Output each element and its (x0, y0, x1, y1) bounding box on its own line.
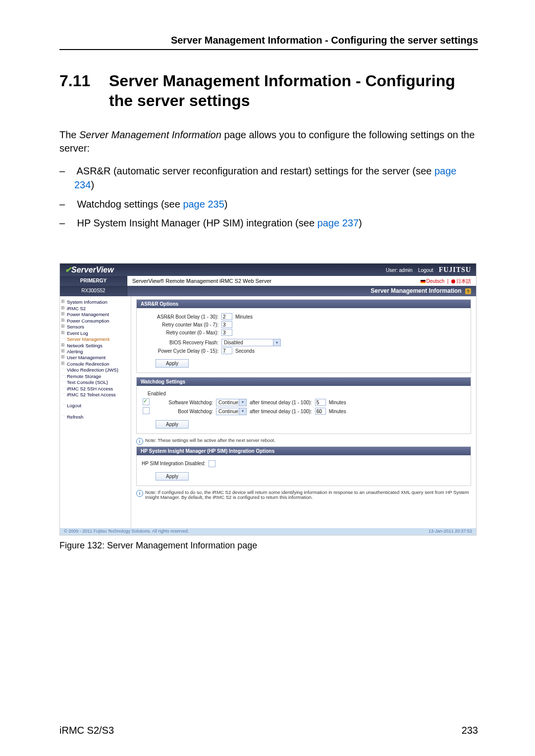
bios-flash-value: Disabled (224, 340, 243, 345)
copyright-text: © 2009 - 2011 Fujitsu Technology Solutio… (64, 529, 189, 534)
nav-item[interactable]: Remote Storage (62, 374, 129, 379)
page-link[interactable]: page 235 (183, 199, 224, 210)
hpsim-card-title: HP System Insight Manager (HP SIM) Integ… (137, 447, 471, 455)
help-icon[interactable]: ? (465, 288, 471, 294)
list-item: HP System Insight Manager (HP SIM) integ… (59, 216, 478, 230)
hpsim-disabled-checkbox[interactable] (209, 460, 215, 467)
boot-delay-label: after timeout delay (1 - 100): (250, 409, 312, 414)
topbar: ✔ServerView User: admin Logout FUJITSU (60, 264, 476, 276)
asr-card: ASR&R Options ASR&R Boot Delay (1 - 30):… (136, 299, 471, 373)
power-delay-label: Power Cycle Delay (0 - 15): (142, 348, 218, 354)
nav-refresh[interactable]: Refresh (62, 414, 129, 420)
boot-delay-input[interactable] (315, 408, 326, 415)
bullet-text: HP System Insight Manager (HP SIM) integ… (77, 217, 318, 228)
asr-boot-delay-unit: Minutes (235, 314, 253, 320)
wd-apply-button[interactable]: Apply (156, 420, 189, 429)
page-footer: iRMC S2/S3 233 (59, 705, 478, 736)
hpsim-note: i Note: If configured to do so, the iRMC… (136, 490, 471, 500)
nav-item[interactable]: System Information (62, 299, 129, 305)
nav-item[interactable]: Power Management (62, 312, 129, 318)
flag-jp-icon (451, 279, 455, 283)
bullet-text: ASR&R (automatic server reconfiguration … (76, 165, 434, 176)
list-item: ASR&R (automatic server reconfiguration … (59, 164, 478, 192)
primergy-label: PRIMERGY (60, 276, 127, 286)
nav-item[interactable]: User Management (62, 355, 129, 361)
sw-action-select[interactable]: Continue ▾ (216, 399, 247, 406)
footer-left: iRMC S2/S3 (59, 725, 114, 736)
nav-item[interactable]: iRMC S2 Telnet Access (62, 392, 129, 398)
panel-title-text: Server Management Information (371, 287, 461, 294)
power-delay-unit: Seconds (235, 348, 255, 354)
bios-flash-label: BIOS Recovery Flash: (142, 340, 218, 345)
power-delay-input[interactable] (221, 347, 232, 354)
sw-watchdog-checkbox[interactable] (143, 398, 150, 405)
chevron-down-icon: ▾ (239, 408, 246, 415)
nav-item[interactable]: Power Consumption (62, 318, 129, 324)
panel-title: Server Management Information ? (127, 286, 476, 296)
asr-card-title: ASR&R Options (137, 300, 471, 308)
info-icon: i (136, 490, 143, 497)
boot-action-select[interactable]: Continue ▾ (216, 408, 247, 415)
main-panel: ASR&R Options ASR&R Boot Delay (1 - 30):… (131, 296, 476, 528)
retry-max-label: Retry counter Max (0 - 7): (142, 322, 218, 327)
nav-item[interactable]: Sensors (62, 324, 129, 330)
section-number: 7.11 (59, 71, 109, 110)
nav-item-active[interactable]: Server Management (62, 336, 129, 342)
screenshot: ✔ServerView User: admin Logout FUJITSU P… (59, 263, 477, 536)
intro-em: Server Management Information (79, 129, 221, 140)
nav-item[interactable]: Event Log (62, 330, 129, 336)
boot-watchdog-checkbox[interactable] (143, 407, 150, 414)
hpsim-note-text: Note: If configured to do so, the iRMC S… (145, 489, 469, 500)
logout-link[interactable]: Logout (418, 268, 433, 273)
nav-item[interactable]: Console Redirection (62, 361, 129, 367)
list-item: Watchdog settings (see page 235) (59, 197, 478, 211)
retry-cur-input[interactable] (221, 329, 232, 336)
datetime-text: 13-Jan-2011 20:37:52 (428, 529, 472, 534)
wd-note: i Note: These settings will be active af… (136, 438, 471, 443)
lang-links: Deutsch | 日本語 (421, 278, 471, 284)
nav-item[interactable]: Text Console (SOL) (62, 379, 129, 385)
footer-right: 233 (462, 725, 478, 736)
boot-action-value: Continue (218, 409, 238, 414)
brand-check-icon: ✔ (65, 266, 71, 274)
nav-item[interactable]: iRMC S2 SSH Access (62, 386, 129, 392)
vendor-logo: FUJITSU (439, 266, 471, 273)
nav-logout[interactable]: Logout (62, 403, 129, 409)
lang-de-link[interactable]: Deutsch (427, 278, 445, 284)
subtitle: ServerView® Remote Management iRMC S2 We… (132, 278, 271, 284)
retry-cur-label: Retry counter (0 - Max): (142, 330, 218, 335)
info-icon: i (136, 438, 143, 445)
bullet-text: ) (359, 217, 362, 228)
retry-max-input[interactable] (221, 321, 232, 328)
sw-action-value: Continue (218, 400, 238, 405)
asr-boot-delay-input[interactable] (221, 313, 232, 320)
flag-de-icon (421, 280, 426, 283)
asr-apply-button[interactable]: Apply (156, 359, 189, 368)
sw-delay-input[interactable] (315, 399, 326, 406)
hpsim-apply-button[interactable]: Apply (156, 472, 189, 481)
boot-watchdog-label: Boot Watchdog: (154, 409, 213, 414)
chevron-down-icon: ▾ (239, 399, 246, 406)
sw-delay-unit: Minutes (329, 400, 346, 405)
sw-watchdog-label: Software Watchdog: (154, 400, 213, 405)
nav-item[interactable]: Network Settings (62, 343, 129, 349)
brand-text: ServerView (71, 266, 114, 274)
bullet-text: ) (91, 179, 94, 190)
hpsim-card: HP System Insight Manager (HP SIM) Integ… (136, 446, 471, 486)
enabled-header: Enabled (148, 391, 466, 396)
page-link[interactable]: page 237 (318, 217, 359, 228)
intro-paragraph: The Server Management Information page a… (59, 128, 478, 155)
running-head: Server Management Information - Configur… (59, 35, 478, 50)
nav-item[interactable]: Alerting (62, 349, 129, 355)
wd-note-text: Note: These settings will be active afte… (145, 437, 275, 443)
watchdog-card: Watchdog Settings Enabled Software Watch… (136, 377, 471, 434)
nav-item[interactable]: iRMC S2 (62, 306, 129, 312)
brand: ✔ServerView (65, 266, 114, 274)
intro-pre: The (59, 129, 79, 140)
sw-delay-label: after timeout delay (1 - 100): (250, 400, 312, 405)
nav-item[interactable]: Video Redirection (JWS) (62, 367, 129, 373)
bullet-text: ) (224, 199, 228, 210)
section-title: Server Management Information - Configur… (109, 71, 478, 110)
bios-flash-select[interactable]: Disabled ▾ (221, 339, 281, 346)
lang-jp-link[interactable]: 日本語 (456, 278, 471, 284)
